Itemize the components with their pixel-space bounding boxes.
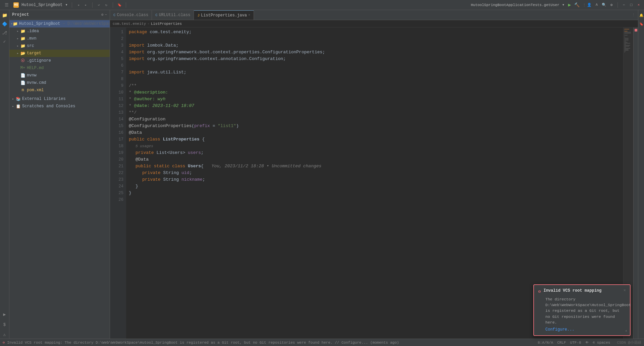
helpmd-arrow-placeholder <box>15 66 20 70</box>
build-button[interactable]: 🔨 <box>575 3 579 7</box>
code-line-19: @Data <box>129 156 623 163</box>
project-panel: Project ⚙ − ▾ 📁 Hutool_SpringBoot – D:\W… <box>9 10 110 339</box>
project-view-icon[interactable]: 📁 <box>1 11 9 19</box>
notif-close-button[interactable]: × <box>624 288 626 293</box>
redo-icon[interactable]: ↻ <box>104 3 109 7</box>
structure-icon[interactable]: 🔷 <box>1 20 9 28</box>
ext-lib-label: External Libraries <box>22 97 66 101</box>
code-line-11: * @author: wyh <box>129 96 623 103</box>
tab-listproperties-icon: J <box>197 13 200 17</box>
problems-icon[interactable]: ⚠ <box>1 331 9 339</box>
todo-icon[interactable]: ✓ <box>1 38 9 46</box>
notif-title: Invalid VCS root mapping <box>543 288 601 293</box>
settings-icon[interactable]: ⚙ <box>609 2 614 8</box>
code-line-10: * @description: <box>129 89 623 96</box>
navigate-forward-icon[interactable]: ▸ <box>84 3 88 7</box>
mvn-folder-item[interactable]: ▸ 📁 .mvn <box>9 35 110 42</box>
terminal-icon[interactable]: $ <box>1 321 9 329</box>
status-error-icon: ⊖ <box>3 341 7 345</box>
close-button[interactable]: × <box>636 2 641 8</box>
undo-icon[interactable]: ↩ <box>97 3 101 7</box>
tabs-bar: C Console.class C URLUtil.class J ListPr… <box>110 10 638 20</box>
mvnw-file-item[interactable]: 📄 mvnw <box>9 72 110 79</box>
src-folder-item[interactable]: ▸ 📁 src <box>9 42 110 50</box>
breadcrumb-sep: › <box>147 22 150 26</box>
code-line-13: **/ <box>129 109 623 116</box>
mvn-folder-label: .mvn <box>27 36 37 41</box>
app-icon: HU <box>13 2 19 8</box>
tab-console-icon: C <box>113 13 116 17</box>
right-notifications-icon[interactable]: 🔔 <box>637 11 644 19</box>
project-header-title: Project <box>12 12 100 17</box>
mvnwcmd-file-item[interactable]: 📄 mvnw.cmd <box>9 79 110 86</box>
navigate-back-icon[interactable]: ◂ <box>76 3 81 7</box>
run-config-label: HutoolSpringBootApplicationTests.getUser <box>471 3 559 7</box>
status-position[interactable]: 8:A/N/A <box>538 341 553 345</box>
code-line-26 <box>129 203 623 210</box>
status-error-text: Invalid VCS root mapping: The directory … <box>7 341 399 345</box>
status-bar-right: 8:A/N/A CRLF UTF-8 👁 4 spaces CSDN @小花碌 <box>538 340 641 345</box>
code-line-18: 5 usages private List<Users> users; <box>129 143 623 156</box>
project-dropdown-arrow[interactable]: ▾ <box>65 2 67 7</box>
mvnwcmd-arrow-placeholder <box>15 80 20 85</box>
code-line-22: private String nickname; <box>129 176 623 183</box>
run-config-dropdown[interactable]: ▾ <box>562 2 565 7</box>
project-header-collapse[interactable]: − <box>105 13 107 17</box>
code-line-4: import org.springframework.boot.context.… <box>129 49 623 56</box>
tab-listproperties-java[interactable]: J ListProperties.java × <box>194 10 254 20</box>
translate-icon[interactable]: A <box>594 2 599 8</box>
minimize-button[interactable]: − <box>621 2 627 8</box>
run-config-area: HutoolSpringBootApplicationTests.getUser… <box>471 2 587 7</box>
tab-listproperties-close[interactable]: × <box>248 13 250 17</box>
tab-urlutil-class[interactable]: C URLUtil.class <box>152 10 194 20</box>
notif-collapse-button[interactable]: ▴ <box>625 328 627 333</box>
bookmark-icon[interactable]: 🔖 <box>117 3 122 7</box>
status-encoding[interactable]: UTF-8 <box>570 341 581 345</box>
code-line-25 <box>129 196 623 203</box>
profile-icon[interactable]: 👤 <box>587 2 592 8</box>
status-indent: 👁 <box>585 341 589 345</box>
right-bookmark-icon[interactable]: 🔖 <box>637 20 644 28</box>
run-console-icon[interactable]: ▶ <box>1 310 9 319</box>
tab-console-label: Console.class <box>117 13 149 17</box>
status-line-ending[interactable]: CRLF <box>557 341 566 345</box>
run-button[interactable]: ▶ <box>567 3 572 7</box>
external-libraries-item[interactable]: ▸ 📚 External Libraries <box>9 95 110 103</box>
pomxml-label: pom.xml <box>27 88 44 93</box>
search-icon[interactable]: 🔍 <box>601 2 607 8</box>
helpmd-file-item[interactable]: M+ HELP.md <box>9 64 110 72</box>
code-line-6 <box>129 62 623 69</box>
tab-console-class[interactable]: C Console.class <box>110 10 152 20</box>
git-icon[interactable]: ⎇ <box>1 29 9 37</box>
hamburger-icon[interactable]: ☰ <box>3 1 11 9</box>
root-folder-icon: 📁 <box>13 21 18 26</box>
title-bar: ☰ HU Hutool_SpringBoot ▾ ◂ ▸ ↩ ↻ 🔖 Hutoo… <box>0 0 644 10</box>
tabs-overflow-button[interactable]: ⋮ <box>629 13 638 17</box>
more-actions-button[interactable]: ⋮ <box>582 3 587 7</box>
status-indent-text[interactable]: 4 spaces <box>593 341 610 345</box>
mvnwcmd-icon: 📄 <box>20 80 25 85</box>
code-line-7: import java.util.List; <box>129 69 623 76</box>
gitignore-icon: ⦿ <box>20 58 25 63</box>
idea-folder-item[interactable]: ▸ 📁 .idea <box>9 27 110 35</box>
code-line-24: } <box>129 190 623 196</box>
notif-configure-link[interactable]: Configure... <box>538 327 626 332</box>
right-icon-bar: 🔔 🔖 <box>638 10 644 339</box>
project-tree: ▾ 📁 Hutool_SpringBoot – D:\Web\WebWorkSp… <box>9 19 110 339</box>
breadcrumb-part1: com.test.eneity <box>113 22 146 26</box>
src-folder-icon: 📁 <box>20 43 25 49</box>
restore-button[interactable]: □ <box>629 2 634 8</box>
gitignore-file-item[interactable]: ⦿ .gitignore <box>9 57 110 64</box>
project-header-settings[interactable]: ⚙ <box>101 12 104 17</box>
target-expand-arrow: ▸ <box>15 51 20 56</box>
scratches-item[interactable]: ▸ 📋 Scratches and Consoles <box>9 103 110 110</box>
notif-header: ⊖ Invalid VCS root mapping × <box>538 288 626 294</box>
status-bar-error-message[interactable]: ⊖ Invalid VCS root mapping: The director… <box>3 340 538 345</box>
project-header: Project ⚙ − <box>9 10 110 19</box>
minimap-content <box>624 27 633 54</box>
project-root-item[interactable]: ▾ 📁 Hutool_SpringBoot – D:\Web\WebWorkSp… <box>9 20 110 27</box>
target-folder-icon: 📂 <box>20 51 25 56</box>
pomxml-file-item[interactable]: m pom.xml <box>9 86 110 94</box>
sep5 <box>618 2 618 8</box>
target-folder-item[interactable]: ▸ 📂 target <box>9 50 110 57</box>
